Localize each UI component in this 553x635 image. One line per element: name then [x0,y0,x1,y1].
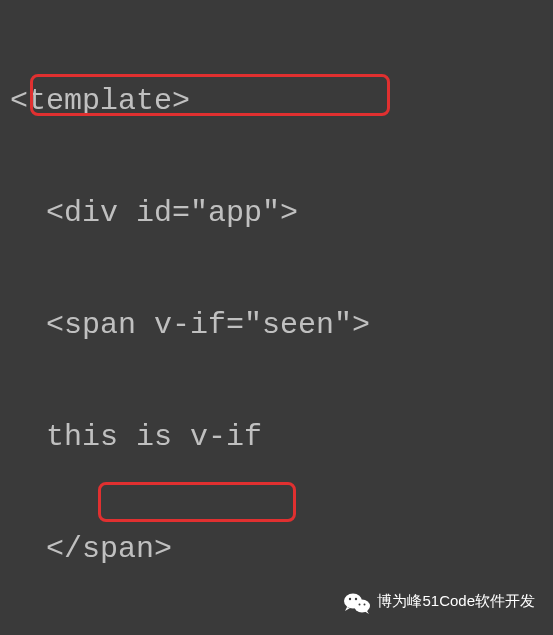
svg-point-2 [349,598,351,600]
svg-point-4 [359,604,361,606]
svg-point-5 [364,604,366,606]
watermark-text: 博为峰51Code软件开发 [377,592,535,611]
code-block: <template> <div id="app"> <span v-if="se… [10,8,543,635]
wechat-icon [343,589,371,613]
code-line: <span v-if="seen"> [10,307,543,344]
code-line: </span> [10,531,543,568]
code-line: <div id="app"> [10,195,543,232]
code-line: <template> [10,83,543,120]
svg-point-1 [354,600,370,613]
watermark: 博为峰51Code软件开发 [343,589,535,613]
code-line: this is v-if [10,419,543,456]
svg-point-3 [355,598,357,600]
